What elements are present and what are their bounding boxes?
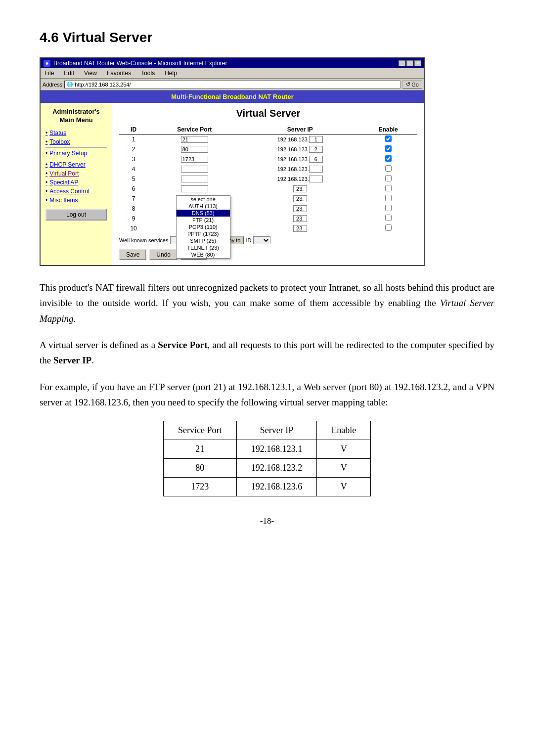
enable-cell: [359, 144, 417, 154]
dropdown-option[interactable]: WEB (80): [177, 251, 230, 258]
ip-suffix-input[interactable]: [309, 166, 323, 173]
example-row: 80 192.168.123.2 V: [164, 459, 371, 478]
ip-suffix-input[interactable]: [293, 205, 307, 212]
close-button[interactable]: ✕: [414, 60, 421, 66]
example-row: 1723 192.168.123.6 V: [164, 478, 371, 496]
ex-port: 80: [164, 459, 237, 478]
ex-col-enable: Enable: [317, 421, 371, 440]
ip-cell: [241, 204, 359, 214]
example-row: 21 192.168.123.1 V: [164, 440, 371, 459]
save-button[interactable]: Save: [119, 249, 146, 260]
port-input[interactable]: [181, 176, 208, 182]
virtual-server-table: ID Service Port Server IP Enable 1: [119, 125, 417, 233]
dropdown-option[interactable]: TELNET (23): [177, 244, 230, 251]
row-id: 4: [119, 164, 148, 174]
ip-suffix-input[interactable]: [293, 195, 307, 202]
sidebar-item-special-ap[interactable]: Special AP: [45, 179, 107, 186]
dropdown-option[interactable]: PPTP (1723): [177, 230, 230, 237]
description-para2: A virtual server is defined as a Service…: [40, 337, 494, 368]
sidebar-item-access-control[interactable]: Access Control: [45, 188, 107, 195]
example-table: Service Port Server IP Enable 21 192.168…: [163, 421, 371, 496]
enable-checkbox[interactable]: [385, 135, 392, 142]
port-input[interactable]: [181, 146, 208, 153]
menu-edit[interactable]: Edit: [62, 69, 76, 77]
address-label: Address: [43, 82, 62, 88]
service-dropdown[interactable]: -- select one -- AUTH (113) DNS (53) FTP…: [176, 195, 230, 259]
menu-tools[interactable]: Tools: [139, 69, 157, 77]
menu-help[interactable]: Help: [163, 69, 179, 77]
page-icon: 🌐: [67, 82, 73, 87]
table-row: 5 192.168.123.: [119, 174, 417, 184]
port-input[interactable]: [181, 136, 208, 143]
enable-cell: [359, 223, 417, 233]
description-para3: For example, if you have an FTP server (…: [40, 379, 494, 410]
enable-checkbox[interactable]: [385, 155, 392, 162]
id-label: ID: [246, 237, 251, 243]
ip-suffix-input[interactable]: [309, 176, 323, 182]
ip-suffix-input[interactable]: [309, 146, 323, 153]
table-row: 4 192.168.123.: [119, 164, 417, 174]
enable-checkbox[interactable]: [385, 145, 392, 152]
row-id: 8: [119, 204, 148, 214]
sidebar-item-virtual-port[interactable]: Virtual Port: [45, 170, 107, 177]
well-known-row: Well known services -- select one -- AUT…: [119, 236, 417, 244]
sidebar-item-toolbox[interactable]: Toolbox: [45, 138, 107, 145]
table-row: 6 -- select one -- AUTH (113) DNS (53): [119, 184, 417, 194]
minimize-button[interactable]: _: [399, 60, 405, 66]
enable-checkbox[interactable]: [385, 195, 392, 201]
menu-file[interactable]: File: [43, 69, 56, 77]
enable-checkbox[interactable]: [385, 205, 392, 211]
port-input[interactable]: [181, 185, 208, 192]
dropdown-option[interactable]: AUTH (113): [177, 203, 230, 210]
ex-ip: 192.168.123.1: [236, 440, 317, 459]
col-id: ID: [119, 125, 148, 134]
sidebar-item-misc[interactable]: Misc Items: [45, 197, 107, 204]
table-row: 10: [119, 223, 417, 233]
browser-titlebar: e Broadband NAT Router Web-Console - Mic…: [41, 58, 424, 68]
port-input[interactable]: [181, 156, 208, 163]
dropdown-option[interactable]: DNS (53): [177, 210, 230, 217]
maximize-button[interactable]: □: [406, 60, 413, 66]
well-known-label: Well known services: [119, 237, 168, 243]
sidebar: Administrator's Main Menu Status Toolbox…: [41, 103, 112, 265]
id-select[interactable]: -- 1234 5678 910: [253, 236, 270, 244]
ip-suffix-input[interactable]: [293, 215, 307, 222]
port-cell: [148, 144, 241, 154]
page-heading: 4.6 Virtual Server: [40, 30, 494, 45]
ip-suffix-input[interactable]: [309, 156, 323, 163]
sidebar-item-dhcp[interactable]: DHCP Server: [45, 161, 107, 168]
row-id: 7: [119, 194, 148, 204]
description-para1: This product's NAT firewall filters out …: [40, 280, 494, 326]
window-controls[interactable]: _ □ ✕: [399, 60, 421, 66]
undo-button[interactable]: Undo: [149, 249, 178, 260]
address-value: http://192.168.123.254/: [75, 82, 131, 88]
logout-button[interactable]: Log out: [45, 209, 107, 221]
dropdown-option[interactable]: FTP (21): [177, 217, 230, 223]
ip-suffix-input[interactable]: [293, 185, 307, 192]
menu-favorites[interactable]: Favorites: [105, 69, 133, 77]
ip-suffix-input[interactable]: [293, 225, 307, 232]
enable-checkbox[interactable]: [385, 224, 392, 231]
enable-checkbox[interactable]: [385, 185, 392, 191]
dropdown-option[interactable]: -- select one --: [177, 196, 230, 203]
ip-cell: 192.168.123.: [241, 144, 359, 154]
ip-suffix-input[interactable]: [309, 136, 323, 143]
browser-window: e Broadband NAT Router Web-Console - Mic…: [40, 57, 425, 266]
enable-checkbox[interactable]: [385, 215, 392, 221]
ex-ip: 192.168.123.6: [236, 478, 317, 496]
sidebar-item-primary-setup[interactable]: Primary Setup: [45, 150, 107, 157]
dropdown-option[interactable]: POP3 (110): [177, 223, 230, 230]
port-input[interactable]: [181, 166, 208, 173]
enable-checkbox[interactable]: [385, 165, 392, 172]
row-id: 10: [119, 223, 148, 233]
enable-checkbox[interactable]: [385, 175, 392, 181]
sidebar-item-status[interactable]: Status: [45, 130, 107, 136]
go-button[interactable]: ↺ Go: [402, 80, 422, 89]
menu-view[interactable]: View: [82, 69, 99, 77]
example-table-wrapper: Service Port Server IP Enable 21 192.168…: [40, 421, 494, 496]
dropdown-option[interactable]: SMTP (25): [177, 237, 230, 244]
italic-text: Virtual Server Mapping: [40, 298, 494, 323]
router-body: Administrator's Main Menu Status Toolbox…: [41, 103, 424, 265]
browser-title: Broadband NAT Router Web-Console - Micro…: [53, 60, 227, 67]
address-bar[interactable]: 🌐 http://192.168.123.254/: [64, 81, 400, 89]
